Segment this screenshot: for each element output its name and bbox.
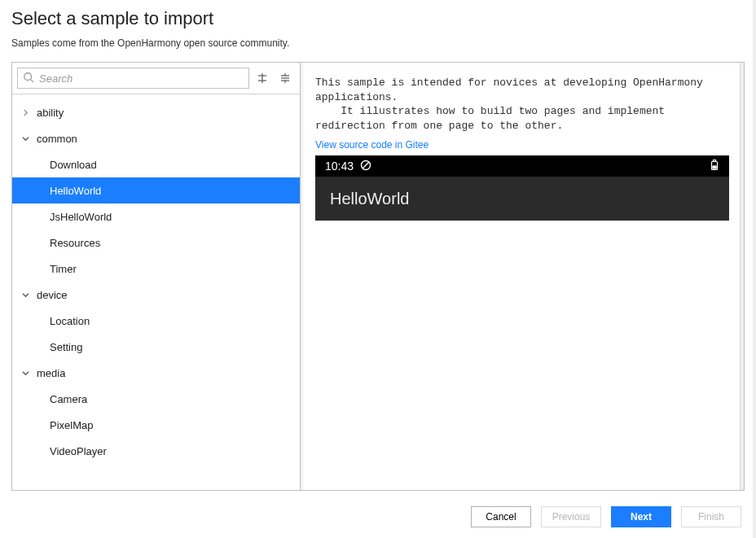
svg-line-1 (31, 79, 34, 82)
scrollbar[interactable] (740, 63, 744, 490)
sample-tree[interactable]: abilitycommonDownloadHelloWorldJsHelloWo… (12, 94, 300, 490)
tree-leaf[interactable]: HelloWorld (12, 177, 300, 203)
expand-all-button[interactable] (253, 68, 272, 88)
footer: Cancel Previous Next Finish (0, 496, 756, 538)
tree-leaf[interactable]: Resources (12, 230, 300, 256)
svg-rect-14 (713, 166, 716, 168)
tree-leaf-label: Download (50, 159, 97, 171)
sample-preview: 10:43 HelloWorld (315, 155, 729, 477)
page-subtitle: Samples come from the OpenHarmony open s… (11, 37, 745, 49)
phone-status-bar: 10:43 (315, 155, 729, 177)
cancel-button[interactable]: Cancel (471, 506, 531, 527)
tree-leaf-label: Setting (50, 341, 82, 353)
svg-line-11 (363, 162, 369, 168)
tree-leaf-label: JsHelloWorld (50, 211, 112, 223)
tree-group-label: device (37, 289, 68, 301)
chevron-down-icon (20, 291, 30, 299)
tree-group[interactable]: media (12, 360, 300, 386)
chevron-down-icon (20, 370, 30, 377)
tree-leaf[interactable]: JsHelloWorld (12, 203, 300, 230)
tree-group[interactable]: common (12, 125, 300, 151)
svg-rect-13 (714, 160, 716, 161)
tree-leaf-label: PixelMap (50, 419, 93, 431)
appbar-title: HelloWorld (330, 190, 409, 208)
tree-leaf-label: Location (50, 315, 90, 327)
search-row (12, 63, 300, 94)
tree-leaf[interactable]: Download (12, 151, 300, 177)
tree-leaf-label: Resources (50, 237, 100, 249)
tree-group-label: ability (37, 107, 64, 119)
phone-app-bar: HelloWorld (315, 177, 729, 221)
view-source-link[interactable]: View source code in Gitee (315, 139, 729, 151)
sample-tree-pane: abilitycommonDownloadHelloWorldJsHelloWo… (12, 63, 301, 490)
tree-leaf-label: Camera (50, 393, 87, 405)
battery-icon (710, 160, 719, 173)
finish-button: Finish (681, 506, 741, 527)
tree-group-label: media (37, 367, 65, 379)
tree-leaf[interactable]: VideoPlayer (12, 438, 300, 464)
chevron-down-icon (20, 135, 30, 142)
svg-point-0 (24, 72, 32, 80)
tree-leaf-label: Timer (50, 263, 77, 275)
tree-leaf[interactable]: Camera (12, 386, 300, 412)
tree-leaf-label: HelloWorld (50, 185, 101, 197)
tree-group-label: common (37, 133, 77, 145)
chevron-right-icon (20, 109, 30, 116)
tree-leaf[interactable]: Timer (12, 256, 300, 282)
search-icon (23, 72, 34, 85)
detail-pane: This sample is intended for novices at d… (301, 63, 744, 490)
tree-group[interactable]: device (12, 282, 300, 308)
tree-leaf-label: VideoPlayer (50, 445, 107, 457)
sample-description: This sample is intended for novices at d… (315, 76, 729, 133)
previous-button: Previous (541, 506, 601, 527)
tree-leaf[interactable]: PixelMap (12, 412, 300, 438)
status-time: 10:43 (325, 160, 354, 173)
tree-leaf[interactable]: Setting (12, 334, 300, 360)
dnd-icon (360, 160, 371, 173)
main-content: abilitycommonDownloadHelloWorldJsHelloWo… (11, 62, 745, 491)
collapse-all-button[interactable] (275, 68, 295, 88)
page-title: Select a sample to import (11, 8, 745, 29)
search-input[interactable] (39, 72, 244, 85)
tree-leaf[interactable]: Location (12, 308, 300, 334)
window-scrollbar[interactable] (753, 0, 756, 538)
search-box[interactable] (17, 68, 249, 89)
tree-group[interactable]: ability (12, 99, 300, 125)
next-button[interactable]: Next (611, 506, 671, 527)
